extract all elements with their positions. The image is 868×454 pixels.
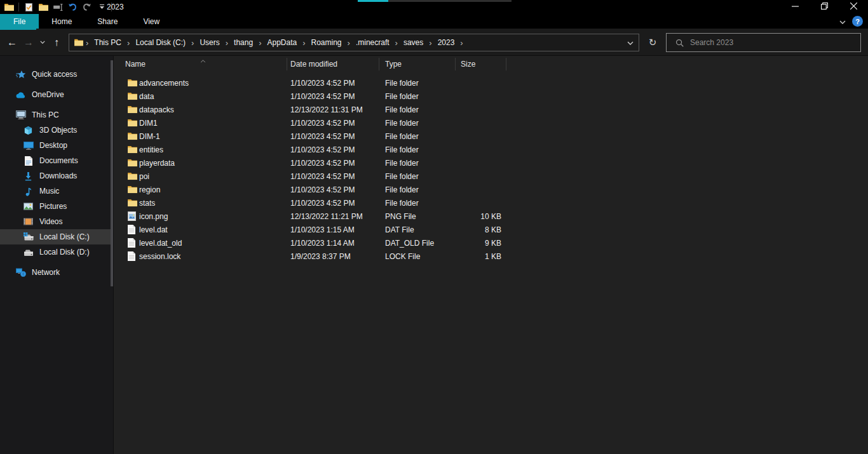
file-row-level-dat-old[interactable]: level.dat_old1/10/2023 1:14 AMDAT_OLD Fi…	[114, 236, 868, 250]
sidebar-item-network[interactable]: Network	[0, 265, 113, 280]
breadcrumb-chevron-icon[interactable]: ›	[458, 38, 465, 48]
file-list-pane: Name Date modified Type Size advancement…	[113, 56, 868, 454]
file-row-datapacks[interactable]: datapacks12/13/2022 11:31 PMFile folder	[114, 103, 868, 116]
file-row-advancements[interactable]: advancements1/10/2023 4:52 PMFile folder	[114, 76, 868, 90]
folder-icon	[128, 119, 139, 127]
sidebar-item-label: Desktop	[39, 141, 67, 150]
sidebar-item-desktop[interactable]: Desktop	[0, 138, 113, 153]
close-button[interactable]	[839, 0, 868, 14]
breadcrumb-chevron-icon[interactable]: ›	[345, 38, 353, 48]
restore-button[interactable]	[810, 0, 839, 14]
file-date-modified: 1/10/2023 4:52 PM	[290, 199, 385, 208]
breadcrumb-item-roaming[interactable]: Roaming	[308, 34, 345, 51]
sidebar-item-local-disk-c[interactable]: Local Disk (C:)	[0, 229, 113, 244]
file-row-dim-1[interactable]: DIM-11/10/2023 4:52 PMFile folder	[114, 130, 868, 143]
file-name: DIM1	[139, 119, 290, 128]
breadcrumb-item-users[interactable]: Users	[196, 34, 222, 51]
new-folder-icon[interactable]	[38, 2, 48, 12]
address-bar[interactable]: ›This PC›Local Disk (C:)›Users›thang›App…	[69, 34, 639, 51]
breadcrumb-chevron-icon[interactable]: ›	[189, 38, 196, 48]
column-header-date-modified[interactable]: Date modified	[290, 56, 337, 72]
column-divider[interactable]	[506, 58, 506, 70]
tab-home[interactable]: Home	[39, 14, 85, 29]
breadcrumb: ›This PC›Local Disk (C:)›Users›thang›App…	[83, 34, 622, 51]
minimize-button[interactable]	[780, 0, 810, 14]
breadcrumb-chevron-icon[interactable]: ›	[256, 38, 264, 48]
file-row-session-lock[interactable]: session.lock1/9/2023 8:37 PMLOCK File1 K…	[114, 250, 868, 263]
sidebar-item-3d-objects[interactable]: 3D Objects	[0, 123, 113, 138]
back-button[interactable]: ←	[4, 33, 20, 52]
help-icon[interactable]: ?	[852, 16, 863, 27]
sidebar-item-quick-access[interactable]: Quick access	[0, 67, 113, 82]
breadcrumb-chevron-icon[interactable]: ›	[300, 38, 308, 48]
recent-locations-chevron-button[interactable]	[37, 33, 48, 52]
file-row-poi[interactable]: poi1/10/2023 4:52 PMFile folder	[114, 170, 868, 183]
file-name: poi	[139, 172, 290, 181]
breadcrumb-item-2023[interactable]: 2023	[435, 34, 458, 51]
address-dropdown-button[interactable]	[622, 34, 639, 51]
tab-view[interactable]: View	[130, 14, 172, 29]
file-row-dim1[interactable]: DIM11/10/2023 4:52 PMFile folder	[114, 116, 868, 130]
sidebar-item-label: Documents	[39, 156, 78, 165]
breadcrumb-chevron-icon[interactable]: ›	[125, 38, 132, 48]
redo-icon[interactable]	[82, 2, 92, 12]
separator	[18, 3, 19, 11]
tab-share[interactable]: Share	[85, 14, 130, 29]
file-row-stats[interactable]: stats1/10/2023 4:52 PMFile folder	[114, 196, 868, 210]
search-input[interactable]	[690, 38, 860, 47]
sidebar-item-downloads[interactable]: Downloads	[0, 168, 113, 184]
breadcrumb-chevron-icon[interactable]: ›	[393, 38, 400, 48]
folder-icon	[128, 92, 139, 100]
file-row-level-dat[interactable]: level.dat1/10/2023 1:15 AMDAT File8 KB	[114, 223, 868, 236]
file-row-data[interactable]: data1/10/2023 4:52 PMFile folder	[114, 90, 868, 103]
breadcrumb-item-thang[interactable]: thang	[231, 34, 256, 51]
column-header-type[interactable]: Type	[385, 56, 402, 72]
forward-button[interactable]: →	[20, 33, 37, 52]
up-button[interactable]: ↑	[48, 33, 65, 52]
sidebar-item-videos[interactable]: Videos	[0, 214, 113, 229]
expand-ribbon-chevron-icon[interactable]	[839, 17, 846, 26]
explorer-icon[interactable]	[4, 2, 14, 12]
column-header-size[interactable]: Size	[461, 56, 475, 72]
file-type: File folder	[385, 79, 461, 88]
breadcrumb-item-saves[interactable]: saves	[400, 34, 426, 51]
breadcrumb-chevron-icon[interactable]: ›	[83, 38, 91, 48]
image-file-icon	[128, 211, 139, 221]
breadcrumb-item-minecraft[interactable]: .minecraft	[353, 34, 393, 51]
refresh-button[interactable]: ↻	[643, 34, 662, 51]
folder-icon	[128, 185, 139, 194]
breadcrumb-item-this-pc[interactable]: This PC	[91, 34, 125, 51]
breadcrumb-chevron-icon[interactable]: ›	[426, 38, 434, 48]
network-computers-icon	[15, 268, 26, 277]
file-row-icon-png[interactable]: icon.png12/13/2022 11:21 PMPNG File10 KB	[114, 210, 868, 223]
file-type: File folder	[385, 119, 461, 128]
file-row-region[interactable]: region1/10/2023 4:52 PMFile folder	[114, 183, 868, 196]
qat-dropdown-icon[interactable]	[97, 2, 107, 12]
tab-file[interactable]: File	[0, 14, 39, 29]
file-row-playerdata[interactable]: playerdata1/10/2023 4:52 PMFile folder	[114, 156, 868, 170]
breadcrumb-item-local-disk-c[interactable]: Local Disk (C:)	[132, 34, 189, 51]
column-divider[interactable]	[455, 58, 456, 70]
properties-icon[interactable]	[24, 2, 34, 12]
address-folder-icon	[74, 39, 83, 46]
sidebar-item-onedrive[interactable]: OneDrive	[0, 87, 113, 102]
breadcrumb-item-appdata[interactable]: AppData	[264, 34, 300, 51]
column-divider[interactable]	[379, 58, 379, 70]
ribbon-tab-bar: File Home Share View	[0, 14, 868, 29]
local-disk-icon	[23, 248, 34, 257]
sidebar-item-music[interactable]: Music	[0, 184, 113, 199]
sidebar-item-this-pc[interactable]: This PC	[0, 107, 113, 123]
sidebar-item-local-disk-d[interactable]: Local Disk (D:)	[0, 244, 113, 260]
rename-icon[interactable]	[53, 2, 63, 12]
sidebar-item-documents[interactable]: Documents	[0, 153, 113, 168]
column-header-name[interactable]: Name	[125, 56, 146, 72]
sidebar-item-pictures[interactable]: Pictures	[0, 199, 113, 214]
file-row-entities[interactable]: entities1/10/2023 4:52 PMFile folder	[114, 143, 868, 156]
column-divider[interactable]	[287, 58, 287, 70]
folder-icon	[128, 145, 139, 154]
search-icon	[675, 39, 684, 47]
undo-icon[interactable]	[67, 2, 78, 12]
file-name: data	[139, 92, 290, 101]
search-box	[666, 33, 861, 52]
breadcrumb-chevron-icon[interactable]: ›	[223, 38, 231, 48]
